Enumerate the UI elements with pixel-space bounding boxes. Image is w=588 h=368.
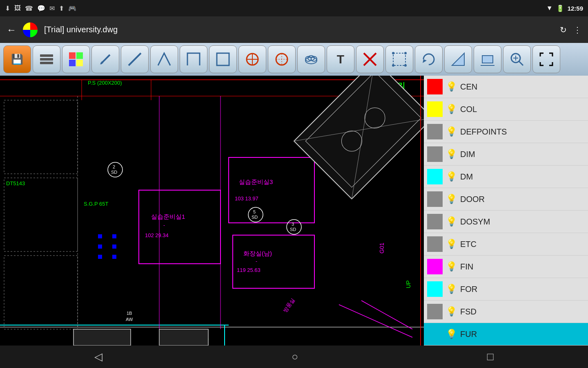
layer-item-cen[interactable]: 💡CEN xyxy=(424,76,588,98)
svg-text:AW: AW xyxy=(126,317,133,322)
document-title: [Trial] university.dwg xyxy=(44,25,553,34)
cross-button[interactable] xyxy=(356,45,384,73)
svg-rect-4 xyxy=(76,52,83,59)
layer-item-etc[interactable]: 💡ETC xyxy=(424,233,588,256)
text-button[interactable]: T xyxy=(327,45,354,73)
rect-button[interactable] xyxy=(209,45,237,73)
layer-bulb-fin[interactable]: 💡 xyxy=(446,261,457,272)
layer-bulb-cen[interactable]: 💡 xyxy=(446,81,457,92)
layer-item-dm[interactable]: 💡DM xyxy=(424,166,588,188)
layer-bulb-fsd[interactable]: 💡 xyxy=(446,306,457,317)
image-icon: 🖼 xyxy=(14,4,21,12)
layer-color-for xyxy=(427,281,443,297)
layer-bulb-dosym[interactable]: 💡 xyxy=(446,216,457,227)
open-rect-button[interactable] xyxy=(180,45,207,73)
circle-button[interactable] xyxy=(268,45,296,73)
layer-item-defpoints[interactable]: 💡DEFPOINTS xyxy=(424,121,588,143)
svg-rect-1 xyxy=(40,58,53,61)
svg-rect-6 xyxy=(76,60,83,66)
svg-text:SD: SD xyxy=(252,215,258,220)
svg-rect-95 xyxy=(159,329,208,346)
mail-icon: ✉ xyxy=(49,4,55,12)
more-button[interactable]: ⋮ xyxy=(573,25,581,35)
back-button[interactable]: ← xyxy=(7,24,16,36)
colors-button[interactable] xyxy=(62,45,90,73)
save-button[interactable]: 💾 xyxy=(3,45,31,73)
layer-item-col[interactable]: 💡COL xyxy=(424,98,588,121)
svg-rect-2 xyxy=(40,62,53,64)
layer-name-dosym: DOSYM xyxy=(460,217,490,227)
refresh-button[interactable]: ↻ xyxy=(560,25,567,35)
layer-item-for[interactable]: 💡FOR xyxy=(424,278,588,301)
select-button[interactable] xyxy=(385,45,413,73)
circle-cross-button[interactable] xyxy=(238,45,266,73)
layer-bulb-fur[interactable]: 💡 xyxy=(446,329,457,339)
layer-name-fur: FUR xyxy=(460,330,477,339)
back-nav-button[interactable]: ◁ xyxy=(94,350,102,363)
layer-name-fin: FIN xyxy=(460,262,473,272)
layer-item-dosym[interactable]: 💡DOSYM xyxy=(424,211,588,233)
layer-bulb-col[interactable]: 💡 xyxy=(446,104,457,114)
svg-text:G01: G01 xyxy=(379,242,385,254)
svg-line-9 xyxy=(129,53,141,65)
battery-icon: 🔋 xyxy=(556,4,564,12)
home-nav-button[interactable]: ○ xyxy=(292,350,298,363)
status-icons: ⬇ 🖼 ☎ 💬 ✉ ⬆ 🎮 xyxy=(5,4,76,12)
svg-text:S.G.P 65T: S.G.P 65T xyxy=(84,201,109,207)
layer-item-fur[interactable]: 💡FUR xyxy=(424,323,588,346)
line-button[interactable] xyxy=(121,45,149,73)
angle-button[interactable] xyxy=(150,45,178,73)
layer-name-for: FOR xyxy=(460,285,477,294)
layer-bulb-dm[interactable]: 💡 xyxy=(446,171,457,182)
layer-name-dm: DM xyxy=(460,172,473,182)
layer-name-cen: CEN xyxy=(460,82,477,92)
layer-bulb-dim[interactable]: 💡 xyxy=(446,149,457,159)
layer-color-col xyxy=(427,101,443,117)
layer-bulb-door[interactable]: 💡 xyxy=(446,194,457,204)
layer-color-cen xyxy=(427,79,443,94)
svg-marker-28 xyxy=(423,59,427,63)
cloud-button[interactable] xyxy=(297,45,325,73)
svg-text:5: 5 xyxy=(253,209,256,214)
layer-color-dosym xyxy=(427,214,443,229)
layer-color-fin xyxy=(427,259,443,274)
layer-item-fin[interactable]: 💡FIN xyxy=(424,256,588,278)
layer-color-door xyxy=(427,191,443,207)
status-bar: ⬇ 🖼 ☎ 💬 ✉ ⬆ 🎮 ▼ 🔋 12:59 xyxy=(0,0,588,16)
layer-item-dim[interactable]: 💡DIM xyxy=(424,143,588,166)
svg-text:1B: 1B xyxy=(127,311,132,316)
zoom-in-button[interactable] xyxy=(503,45,531,73)
status-right: ▼ 🔋 12:59 xyxy=(546,4,583,12)
svg-rect-3 xyxy=(69,52,76,59)
layer-name-fsd: FSD xyxy=(460,307,477,316)
layers-button[interactable] xyxy=(33,45,60,73)
layer-panel: 💡CEN💡COL💡DEFPOINTS💡DIM💡DM💡DOOR💡DOSYM💡ETC… xyxy=(424,76,588,346)
layer-bulb-etc[interactable]: 💡 xyxy=(446,239,457,249)
cad-canvas[interactable]: P.S (200X200) DT5143 S.G.P 65T 재료분리 실습준비… xyxy=(0,76,424,346)
svg-text:실습준비실3: 실습준비실3 xyxy=(239,178,273,185)
svg-text:DT5143: DT5143 xyxy=(6,180,25,186)
layer-bulb-for[interactable]: 💡 xyxy=(446,284,457,294)
layer-item-door[interactable]: 💡DOOR xyxy=(424,188,588,211)
layer-bulb-defpoints[interactable]: 💡 xyxy=(446,126,457,137)
svg-text:119    25.63: 119 25.63 xyxy=(237,267,261,273)
measure-angle-button[interactable] xyxy=(444,45,472,73)
measure-area-button[interactable] xyxy=(474,45,501,73)
svg-rect-5 xyxy=(69,60,76,66)
svg-rect-105 xyxy=(112,255,116,259)
layer-item-fsd[interactable]: 💡FSD xyxy=(424,301,588,323)
svg-rect-30 xyxy=(482,56,493,63)
fullscreen-button[interactable] xyxy=(532,45,560,73)
svg-point-25 xyxy=(404,52,407,54)
game-icon: 🎮 xyxy=(68,4,76,12)
recent-nav-button[interactable]: □ xyxy=(487,350,494,363)
svg-rect-0 xyxy=(40,54,53,57)
svg-text:-: - xyxy=(252,187,254,193)
pen-button[interactable] xyxy=(91,45,119,73)
layer-color-fsd xyxy=(427,304,443,319)
rotate-button[interactable] xyxy=(415,45,443,73)
main-content: P.S (200X200) DT5143 S.G.P 65T 재료분리 실습준비… xyxy=(0,76,588,346)
download-icon: ⬇ xyxy=(5,4,10,12)
svg-rect-102 xyxy=(98,245,102,249)
svg-rect-23 xyxy=(393,53,405,65)
